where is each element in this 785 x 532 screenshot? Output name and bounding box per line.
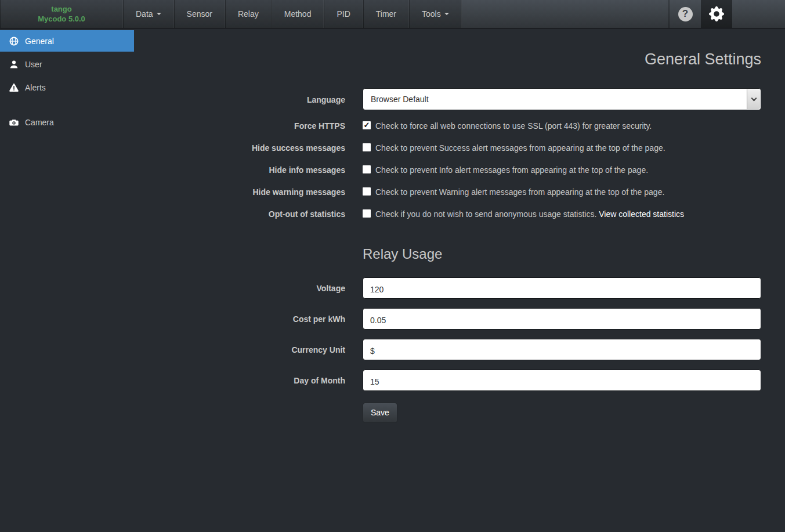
- brand-version: Mycodo 5.0.0: [38, 14, 85, 24]
- language-row: Language Browser Default: [0, 88, 785, 110]
- hide-success-label: Hide success messages: [0, 142, 345, 153]
- voltage-row: Voltage: [0, 277, 785, 299]
- nav-item-label: Tools: [422, 9, 441, 19]
- hide-warning-description: Check to prevent Warning alert messages …: [375, 186, 664, 198]
- hide-success-row: Hide success messages Check to prevent S…: [0, 142, 785, 154]
- save-row: Save: [0, 400, 785, 423]
- hide-warning-checkbox[interactable]: [363, 187, 371, 196]
- opt-out-statistics-row: Opt-out of statistics Check if you do no…: [0, 208, 785, 220]
- hide-info-description: Check to prevent Info alert messages fro…: [375, 164, 648, 176]
- cost-per-kwh-row: Cost per kWh: [0, 308, 785, 330]
- nav-item-sensor[interactable]: Sensor: [174, 0, 225, 28]
- nav-item-pid[interactable]: PID: [324, 0, 363, 28]
- language-select[interactable]: Browser Default: [363, 88, 761, 110]
- opt-out-statistics-label: Opt-out of statistics: [0, 208, 345, 219]
- navbar-spacer: [462, 0, 668, 28]
- nav-item-relay[interactable]: Relay: [225, 0, 272, 28]
- top-navbar: tango Mycodo 5.0.0 Data Sensor Relay Met…: [0, 0, 785, 29]
- day-of-month-input[interactable]: [363, 370, 761, 391]
- brand[interactable]: tango Mycodo 5.0.0: [0, 0, 123, 28]
- force-https-row: Force HTTPS Check to force all web conne…: [0, 120, 785, 132]
- force-https-description: Check to force all web connections to us…: [375, 120, 652, 132]
- voltage-label: Voltage: [0, 277, 345, 294]
- relay-usage-heading: Relay Usage: [363, 245, 761, 263]
- question-circle-icon: ?: [678, 7, 693, 21]
- nav-item-method[interactable]: Method: [272, 0, 324, 28]
- caret-down-icon: [444, 13, 449, 15]
- page-title: General Settings: [0, 50, 761, 68]
- hide-info-label: Hide info messages: [0, 164, 345, 175]
- language-selected-value: Browser Default: [371, 95, 429, 104]
- opt-out-statistics-description: Check if you do not wish to send anonymo…: [375, 209, 596, 219]
- nav-item-label: Data: [136, 9, 153, 19]
- hide-warning-label: Hide warning messages: [0, 186, 345, 197]
- hide-info-checkbox[interactable]: [363, 165, 371, 173]
- cost-per-kwh-label: Cost per kWh: [0, 308, 345, 324]
- voltage-input[interactable]: [363, 277, 761, 299]
- hide-success-checkbox[interactable]: [363, 143, 371, 151]
- currency-unit-label: Currency Unit: [0, 339, 345, 355]
- settings-content: General Settings Language Browser Defaul…: [0, 29, 785, 432]
- currency-unit-row: Currency Unit: [0, 339, 785, 360]
- force-https-label: Force HTTPS: [0, 120, 345, 131]
- nav-item-timer[interactable]: Timer: [363, 0, 409, 28]
- hide-warning-row: Hide warning messages Check to prevent W…: [0, 186, 785, 198]
- nav-item-label: PID: [337, 9, 350, 19]
- hide-success-description: Check to prevent Success alert messages …: [375, 142, 665, 154]
- cost-per-kwh-input[interactable]: [363, 308, 761, 330]
- nav-item-label: Relay: [238, 9, 259, 19]
- hide-info-row: Hide info messages Check to prevent Info…: [0, 164, 785, 176]
- force-https-checkbox[interactable]: [363, 121, 371, 129]
- help-button[interactable]: ?: [670, 0, 701, 28]
- currency-unit-input[interactable]: [363, 339, 761, 360]
- save-button[interactable]: Save: [363, 403, 397, 423]
- day-of-month-label: Day of Month: [0, 370, 345, 386]
- nav-item-label: Sensor: [187, 9, 212, 19]
- nav-item-label: Method: [284, 9, 312, 19]
- day-of-month-row: Day of Month: [0, 370, 785, 391]
- caret-down-icon: [157, 13, 161, 15]
- select-dropdown-button[interactable]: [747, 89, 760, 109]
- settings-button[interactable]: [701, 0, 732, 28]
- chevron-down-icon: [751, 96, 757, 102]
- gear-icon: [709, 6, 724, 21]
- nav-item-data[interactable]: Data: [123, 0, 174, 28]
- navbar-corner: [732, 0, 785, 28]
- relay-usage-heading-row: Relay Usage: [0, 230, 785, 277]
- brand-host: tango: [51, 4, 71, 14]
- opt-out-statistics-checkbox[interactable]: [363, 209, 371, 218]
- view-statistics-link[interactable]: View collected statistics: [599, 209, 684, 219]
- language-label: Language: [0, 88, 345, 105]
- nav-item-tools[interactable]: Tools: [409, 0, 462, 28]
- nav-item-label: Timer: [376, 9, 396, 19]
